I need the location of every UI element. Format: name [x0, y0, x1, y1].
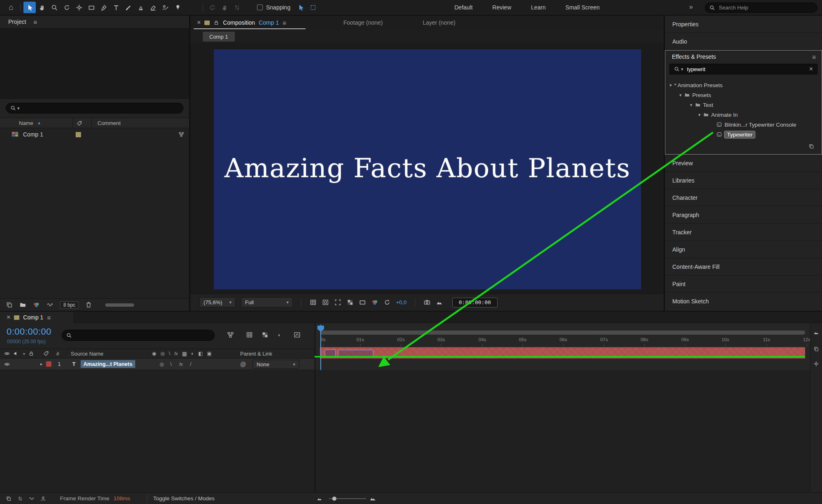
project-panel-menu-icon[interactable] — [34, 18, 37, 25]
paragraph-panel-header[interactable]: Paragraph — [665, 206, 822, 224]
align-panel-header[interactable]: Align — [665, 241, 822, 258]
close-icon[interactable] — [197, 19, 201, 26]
puppet-pin-tool[interactable] — [171, 2, 184, 13]
rectangle-tool[interactable] — [85, 2, 97, 13]
transparency-grid-icon[interactable] — [347, 299, 354, 306]
label-column-icon[interactable] — [43, 351, 49, 356]
preview-panel-header[interactable]: Preview — [665, 155, 822, 172]
workspace-review[interactable]: Review — [492, 4, 511, 11]
timeline-panel-menu-icon[interactable] — [47, 314, 51, 321]
pan-camera-tool[interactable] — [218, 2, 231, 13]
snapping-checkbox[interactable] — [257, 5, 263, 10]
toggle-switches-modes-button[interactable]: Toggle Switches / Modes — [153, 495, 215, 502]
layer-duration-bar[interactable] — [320, 347, 805, 358]
home-button[interactable] — [5, 2, 17, 13]
orbit-camera-tool[interactable] — [206, 2, 218, 13]
dolly-camera-tool[interactable] — [231, 2, 243, 13]
chevron-down-icon[interactable] — [669, 83, 672, 88]
project-flowchart-icon[interactable] — [33, 301, 40, 308]
project-search-input[interactable] — [23, 105, 179, 112]
selection-tool[interactable] — [23, 2, 36, 13]
comp-flowchart-icon[interactable] — [178, 132, 184, 137]
interpret-footage-icon[interactable] — [46, 301, 53, 308]
motion-blur-column-icon[interactable] — [191, 351, 194, 356]
horizontal-scrollbar[interactable] — [105, 303, 134, 307]
zoom-in-mountain-icon[interactable] — [369, 495, 376, 502]
graph-editor-icon[interactable] — [294, 331, 301, 338]
exposure-value[interactable]: +0,0 — [396, 299, 407, 305]
3d-layer-column-icon[interactable] — [207, 351, 211, 356]
layer-visibility-icon[interactable] — [4, 361, 10, 367]
adjustment-layer-column-icon[interactable] — [198, 351, 203, 356]
list-view-icon[interactable] — [6, 301, 13, 308]
tracker-panel-header[interactable]: Tracker — [665, 224, 822, 241]
layer-fx-switch[interactable] — [179, 362, 183, 367]
timeline-tab[interactable]: Comp 1 — [0, 312, 73, 323]
clone-stamp-tool[interactable] — [134, 2, 147, 13]
layer-name[interactable]: Amazing...t Planets — [81, 360, 135, 368]
workspace-small-screen[interactable]: Small Screen — [565, 4, 600, 11]
in-point-handle[interactable] — [325, 349, 336, 357]
eraser-tool[interactable] — [147, 2, 159, 13]
workspace-default[interactable]: Default — [454, 4, 472, 11]
viewer-timecode[interactable]: 0:00:00:00 — [452, 298, 498, 307]
tree-item-animate-in-folder[interactable]: Animate In — [665, 110, 822, 120]
magnification-dropdown[interactable]: (75,6%) — [199, 297, 236, 307]
preset-duration-handle[interactable] — [338, 350, 373, 356]
timeline-options-icon[interactable] — [813, 346, 819, 352]
column-source-name[interactable]: Source Name — [71, 351, 103, 357]
close-icon[interactable] — [7, 314, 10, 321]
toggle-layer-switches-icon[interactable] — [6, 496, 12, 502]
motion-blur-icon[interactable] — [278, 332, 281, 338]
project-item-row[interactable]: Comp 1 — [0, 128, 189, 141]
parent-pickwhip-icon[interactable] — [240, 361, 246, 368]
tree-item-presets-folder[interactable]: Presets — [665, 90, 822, 100]
layer-shy-switch[interactable] — [160, 361, 164, 367]
toggle-inout-panes-icon[interactable] — [29, 496, 35, 502]
workspace-overflow-icon[interactable] — [689, 3, 693, 11]
pan-behind-tool[interactable] — [73, 2, 85, 13]
composition-canvas[interactable]: Amazing Facts About Planets — [214, 49, 641, 289]
pixel-aspect-icon[interactable] — [359, 299, 366, 306]
hand-tool[interactable] — [36, 2, 48, 13]
chevron-down-icon[interactable] — [698, 112, 701, 118]
project-panel-title[interactable]: Project — [8, 18, 26, 25]
paint-panel-header[interactable]: Paint — [665, 275, 822, 293]
workspace-learn[interactable]: Learn — [531, 4, 546, 11]
layer-row[interactable]: 1 Amazing...t Planets None — [0, 358, 315, 370]
motion-sketch-panel-header[interactable]: Motion Sketch — [665, 293, 822, 310]
fx-column-icon[interactable] — [174, 351, 178, 356]
effects-presets-title[interactable]: Effects & Presets — [672, 53, 716, 60]
viewer-comp-tab[interactable]: Comp 1 — [203, 32, 235, 42]
snap-to-bounds-toggle[interactable] — [307, 2, 319, 13]
collapse-column-icon[interactable] — [160, 351, 164, 356]
quality-column-icon[interactable] — [169, 351, 170, 356]
region-of-interest-icon[interactable] — [334, 299, 341, 306]
zoom-out-mountain-icon[interactable] — [317, 496, 322, 502]
video-column-icon[interactable] — [4, 351, 10, 356]
roto-brush-tool[interactable] — [159, 2, 171, 13]
toggle-transfer-controls-icon[interactable] — [17, 496, 23, 502]
timeline-tab-label[interactable]: Comp 1 — [23, 314, 43, 321]
brush-tool[interactable] — [122, 2, 134, 13]
composition-tab-label[interactable]: Composition — [223, 19, 255, 26]
chevron-down-icon[interactable] — [690, 102, 692, 108]
content-aware-fill-panel-header[interactable]: Content-Aware Fill — [665, 258, 822, 275]
timeline-zoom-handle[interactable] — [332, 497, 336, 501]
layer-quality-switch[interactable] — [170, 361, 171, 367]
channel-rgb-icon[interactable] — [371, 299, 378, 306]
resolution-dropdown[interactable]: Full — [241, 297, 293, 307]
label-color-chip[interactable] — [76, 132, 81, 137]
column-parent-link[interactable]: Parent & Link — [240, 351, 272, 357]
reset-exposure-icon[interactable] — [384, 299, 391, 306]
tree-item-animation-presets[interactable]: * Animation Presets — [665, 80, 822, 90]
tree-item-typewriter-preset[interactable]: Typewriter — [665, 129, 822, 139]
help-search-input[interactable] — [718, 4, 813, 11]
mask-visibility-icon[interactable] — [322, 299, 329, 306]
auto-orient-icon[interactable] — [813, 361, 819, 367]
toggle-av-features-icon[interactable] — [40, 496, 46, 502]
snapshot-camera-icon[interactable] — [424, 299, 431, 306]
column-number[interactable]: # — [56, 351, 59, 357]
draft-3d-icon[interactable] — [246, 331, 253, 338]
lock-column-icon[interactable] — [28, 351, 34, 356]
